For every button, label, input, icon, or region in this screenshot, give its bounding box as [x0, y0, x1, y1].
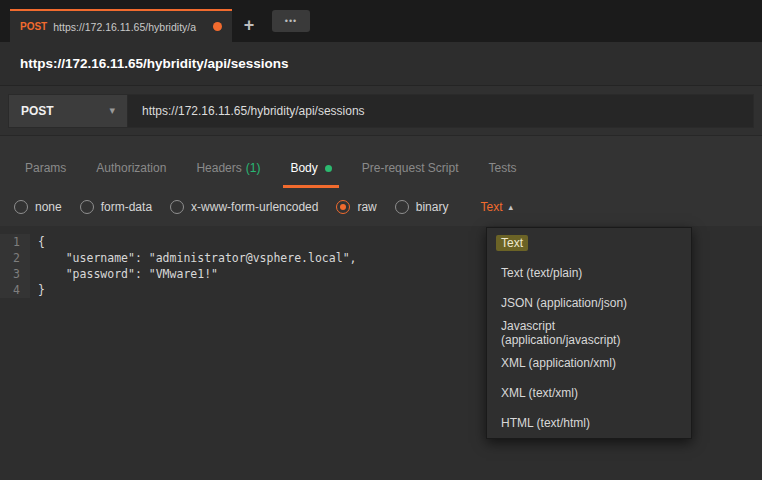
dropdown-item-xml-application-label: XML (application/xml): [501, 356, 616, 370]
code-text: "password": "VMware1!": [30, 266, 218, 282]
line-number: 2: [0, 250, 30, 266]
raw-type-select[interactable]: Text ▴: [480, 200, 513, 214]
unsaved-indicator-dot: [213, 22, 222, 31]
request-section-tabs: Params Authorization Headers (1) Body Pr…: [0, 148, 762, 188]
dropdown-item-text-label: Text: [496, 235, 528, 251]
body-mode-raw[interactable]: raw: [336, 200, 376, 214]
dropdown-item-html-label: HTML (text/html): [501, 416, 590, 430]
dropdown-item-xml-text[interactable]: XML (text/xml): [487, 378, 691, 408]
dropdown-item-html[interactable]: HTML (text/html): [487, 408, 691, 438]
body-mode-urlencoded-label: x-www-form-urlencoded: [191, 200, 318, 214]
tab-headers-label: Headers: [196, 161, 241, 175]
method-select-label: POST: [21, 104, 54, 118]
line-number: 3: [0, 266, 30, 282]
request-title-bar: https://172.16.11.65/hybridity/api/sessi…: [0, 42, 762, 86]
radio-icon: [170, 200, 184, 214]
code-text: {: [30, 234, 45, 250]
radio-icon: [14, 200, 28, 214]
dropdown-item-json[interactable]: JSON (application/json): [487, 288, 691, 318]
tab-body[interactable]: Body: [275, 148, 346, 188]
body-mode-urlencoded[interactable]: x-www-form-urlencoded: [170, 200, 318, 214]
body-mode-binary[interactable]: binary: [395, 200, 449, 214]
line-number: 1: [0, 234, 30, 250]
dropdown-item-javascript[interactable]: Javascript (application/javascript): [487, 318, 691, 348]
dropdown-item-text-plain-label: Text (text/plain): [501, 266, 582, 280]
dropdown-item-text-plain[interactable]: Text (text/plain): [487, 258, 691, 288]
url-input[interactable]: https://172.16.11.65/hybridity/api/sessi…: [128, 94, 754, 128]
method-select[interactable]: POST ▾: [8, 94, 128, 128]
dropdown-item-xml-application[interactable]: XML (application/xml): [487, 348, 691, 378]
body-mode-row: none form-data x-www-form-urlencoded raw…: [0, 188, 762, 226]
tab-authorization-label: Authorization: [96, 161, 166, 175]
dropdown-item-xml-text-label: XML (text/xml): [501, 386, 578, 400]
headers-count-badge: (1): [246, 161, 261, 175]
radio-icon: [395, 200, 409, 214]
dropdown-item-text[interactable]: Text: [487, 228, 691, 258]
radio-selected-icon: [336, 200, 350, 214]
request-tab[interactable]: POST https://172.16.11.65/hybridity/a: [10, 9, 232, 42]
line-number: 4: [0, 282, 30, 298]
tab-params-label: Params: [25, 161, 66, 175]
request-title: https://172.16.11.65/hybridity/api/sessi…: [20, 56, 289, 71]
tab-headers[interactable]: Headers (1): [181, 148, 275, 188]
request-builder: POST ▾ https://172.16.11.65/hybridity/ap…: [0, 86, 762, 136]
body-mode-raw-label: raw: [357, 200, 376, 214]
radio-icon: [80, 200, 94, 214]
new-tab-button[interactable]: +: [232, 9, 266, 42]
tab-tests-label: Tests: [488, 161, 516, 175]
tab-tests[interactable]: Tests: [473, 148, 531, 188]
tab-body-label: Body: [290, 161, 317, 175]
body-mode-binary-label: binary: [416, 200, 449, 214]
chevron-down-icon: ▾: [109, 104, 115, 117]
body-mode-none[interactable]: none: [14, 200, 62, 214]
tab-strip: POST https://172.16.11.65/hybridity/a + …: [0, 0, 762, 42]
body-mode-none-label: none: [35, 200, 62, 214]
code-text: "username": "administrator@vsphere.local…: [30, 250, 357, 266]
body-mode-form-data[interactable]: form-data: [80, 200, 152, 214]
code-text: }: [30, 282, 45, 298]
dropdown-item-json-label: JSON (application/json): [501, 296, 627, 310]
raw-type-selected-label: Text: [480, 200, 502, 214]
section-gap: [0, 136, 762, 148]
body-filled-dot: [325, 165, 332, 172]
tab-authorization[interactable]: Authorization: [81, 148, 181, 188]
raw-type-dropdown-menu: Text Text (text/plain) JSON (application…: [486, 227, 692, 439]
tab-method-label: POST: [20, 21, 47, 32]
tab-pre-request-script-label: Pre-request Script: [362, 161, 459, 175]
more-tabs-button[interactable]: •••: [272, 10, 310, 32]
body-mode-form-data-label: form-data: [101, 200, 152, 214]
tab-params[interactable]: Params: [10, 148, 81, 188]
tab-pre-request-script[interactable]: Pre-request Script: [347, 148, 474, 188]
tab-url-label: https://172.16.11.65/hybridity/a: [53, 21, 207, 33]
url-input-value: https://172.16.11.65/hybridity/api/sessi…: [142, 104, 365, 118]
caret-up-icon: ▴: [508, 202, 513, 212]
dropdown-item-javascript-label: Javascript (application/javascript): [501, 319, 677, 347]
